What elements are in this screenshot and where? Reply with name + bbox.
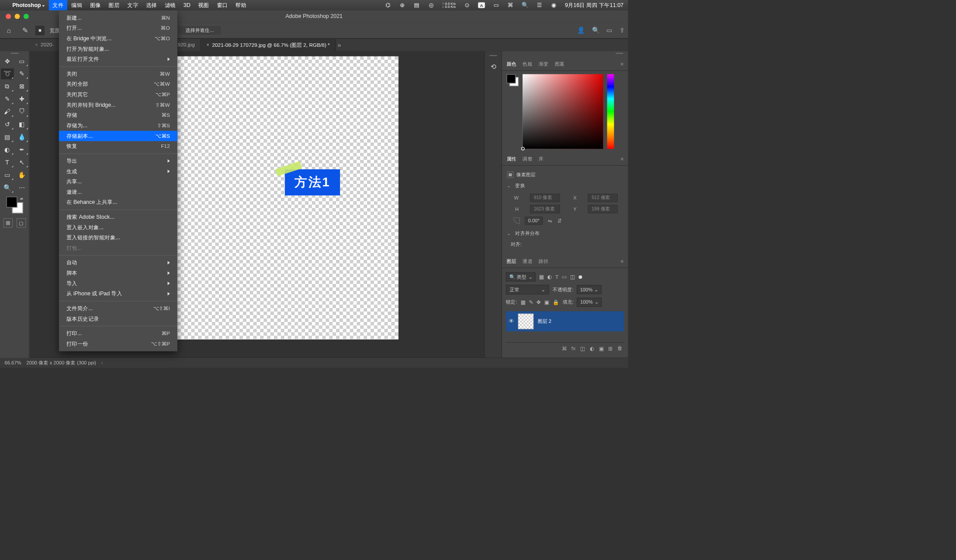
- layer-mask-icon[interactable]: ◫: [580, 346, 585, 352]
- menu-item[interactable]: 关闭其它⌥⌘P: [59, 89, 178, 100]
- new-layer-icon[interactable]: ⊞: [608, 346, 613, 352]
- crop-tool[interactable]: ⧉: [1, 81, 14, 92]
- lock-pixels-icon[interactable]: ▦: [521, 299, 525, 305]
- stamp-tool[interactable]: ⛉: [15, 106, 28, 117]
- lock-all-icon[interactable]: 🔒: [553, 299, 559, 305]
- h-value[interactable]: 1623 像素: [530, 205, 560, 213]
- move-tool[interactable]: ✥: [1, 56, 14, 66]
- fill-input[interactable]: 100%⌄: [577, 298, 602, 307]
- tab-doc-0[interactable]: ×2020-: [29, 39, 60, 51]
- menu-item[interactable]: 打印一份⌥⇧⌘P: [59, 339, 178, 349]
- frame-tool[interactable]: ⊠: [15, 81, 28, 92]
- menu-item[interactable]: 最近打开文件: [59, 54, 178, 65]
- status-link-icon[interactable]: ⌘: [508, 2, 514, 8]
- traffic-maximize[interactable]: [24, 14, 29, 19]
- filter-type-icon[interactable]: T: [555, 274, 558, 280]
- adjustment-layer-icon[interactable]: ◐: [590, 346, 595, 352]
- link-layers-icon[interactable]: ⌘: [562, 346, 567, 352]
- menu-layer[interactable]: 图层: [109, 1, 119, 9]
- menu-item[interactable]: 置入链接的智能对象...: [59, 233, 178, 243]
- menu-item[interactable]: 置入嵌入对象...: [59, 222, 178, 233]
- filter-kind-select[interactable]: 🔍 类型 ⌄: [506, 273, 536, 281]
- menu-item[interactable]: 从 iPhone 或 iPad 导入: [59, 289, 178, 299]
- status-fan-icon[interactable]: ⌬: [385, 2, 391, 8]
- angle-value[interactable]: 0.00°: [525, 217, 543, 224]
- menu-item[interactable]: 关闭全部⌥⌘W: [59, 79, 178, 90]
- tab-properties[interactable]: 属性: [507, 156, 516, 162]
- flip-horizontal-icon[interactable]: ⇋: [548, 217, 552, 224]
- menu-item[interactable]: 共享...: [59, 176, 178, 187]
- menu-item[interactable]: 邀请...: [59, 187, 178, 197]
- status-siri-icon[interactable]: ◉: [550, 2, 557, 8]
- menu-help[interactable]: 帮助: [235, 1, 246, 9]
- menu-item[interactable]: 打印...⌘P: [59, 328, 178, 339]
- foreground-background-colors[interactable]: ⇄: [6, 196, 23, 213]
- menu-window[interactable]: 窗口: [217, 1, 228, 9]
- eraser-tool[interactable]: ◧: [15, 119, 28, 130]
- status-battery-icon[interactable]: ▭: [493, 2, 499, 8]
- menu-item[interactable]: 自动: [59, 258, 178, 268]
- color-fgbg-swatch[interactable]: [507, 74, 519, 87]
- traffic-minimize[interactable]: [15, 14, 20, 19]
- tab-close-icon[interactable]: ×: [207, 42, 209, 48]
- layer-fx-icon[interactable]: fx: [571, 346, 575, 352]
- status-more-icon[interactable]: ›: [102, 360, 103, 366]
- group-icon[interactable]: ▣: [599, 346, 604, 352]
- menu-item[interactable]: 生成: [59, 166, 178, 177]
- edit-toolbar[interactable]: ⋯: [15, 182, 28, 193]
- color-field[interactable]: [522, 74, 603, 149]
- menu-edit[interactable]: 编辑: [71, 1, 82, 9]
- y-value[interactable]: 199 像素: [588, 205, 618, 213]
- filter-toggle[interactable]: [579, 275, 582, 279]
- panel-menu-icon[interactable]: ≡: [621, 259, 624, 264]
- tab-adjustments[interactable]: 调整: [522, 156, 532, 162]
- menu-photoshop[interactable]: Photoshop: [12, 2, 45, 8]
- layer-name[interactable]: 图层 2: [538, 318, 552, 325]
- menu-view[interactable]: 视图: [198, 1, 209, 9]
- status-play-icon[interactable]: ⊙: [464, 2, 470, 8]
- w-value[interactable]: 910 像素: [530, 194, 560, 202]
- tab-color[interactable]: 颜色: [507, 61, 516, 67]
- foreground-color[interactable]: [6, 196, 17, 207]
- layer-row[interactable]: 👁 图层 2: [506, 312, 624, 332]
- menu-item[interactable]: 存储为...⇧⌘S: [59, 120, 178, 131]
- path-select-tool[interactable]: ↖: [15, 157, 28, 168]
- filter-shape-icon[interactable]: ▭: [562, 274, 567, 280]
- status-globe-icon[interactable]: ⊕: [399, 2, 405, 8]
- status-search-icon[interactable]: 🔍: [522, 2, 528, 8]
- tab-paths[interactable]: 路径: [539, 258, 548, 265]
- type-tool[interactable]: T: [1, 157, 14, 168]
- panel-menu-icon[interactable]: ≡: [621, 61, 624, 67]
- tab-libraries[interactable]: 库: [539, 156, 543, 162]
- status-clock[interactable]: 9月16日 周四 下午11:07: [565, 1, 623, 9]
- opacity-input[interactable]: 100%⌄: [577, 285, 601, 294]
- status-server-icon[interactable]: ▤: [413, 2, 420, 8]
- brush-tool[interactable]: 🖌: [1, 106, 14, 117]
- search-icon[interactable]: 🔍: [592, 27, 600, 34]
- gradient-tool[interactable]: ▤: [1, 132, 14, 143]
- status-target-icon[interactable]: ◎: [428, 2, 434, 8]
- tab-gradients[interactable]: 渐变: [539, 61, 548, 67]
- healing-tool[interactable]: ✚: [15, 94, 28, 105]
- workspace-icon[interactable]: ▭: [606, 27, 613, 34]
- selection-mode-new[interactable]: ■: [35, 26, 44, 35]
- status-input-icon[interactable]: A: [478, 2, 485, 8]
- filter-smart-icon[interactable]: ◫: [570, 274, 575, 280]
- dodge-tool[interactable]: ◐: [1, 144, 14, 155]
- chevron-down-icon[interactable]: ⌄: [507, 231, 511, 236]
- chevron-down-icon[interactable]: ⌄: [507, 183, 511, 188]
- menu-item[interactable]: 在 Bridge 中浏览...⌥⌘O: [59, 33, 178, 44]
- eyedropper-tool[interactable]: ✎: [1, 94, 14, 105]
- tool-preset-icon[interactable]: ✎: [20, 25, 31, 36]
- history-brush-tool[interactable]: ↺: [1, 119, 14, 130]
- home-icon[interactable]: ⌂: [4, 25, 14, 36]
- lock-move-icon[interactable]: ✥: [536, 299, 541, 305]
- menu-item[interactable]: 搜索 Adobe Stock...: [59, 212, 178, 222]
- x-value[interactable]: 512 像素: [588, 194, 618, 202]
- tab-patterns[interactable]: 图案: [555, 61, 564, 67]
- menu-item[interactable]: 关闭⌘W: [59, 69, 178, 79]
- filter-adjust-icon[interactable]: ◐: [547, 274, 552, 280]
- menu-item[interactable]: 版本历史记录: [59, 314, 178, 324]
- menu-item[interactable]: 脚本: [59, 268, 178, 278]
- pen-tool[interactable]: ✒: [15, 144, 28, 155]
